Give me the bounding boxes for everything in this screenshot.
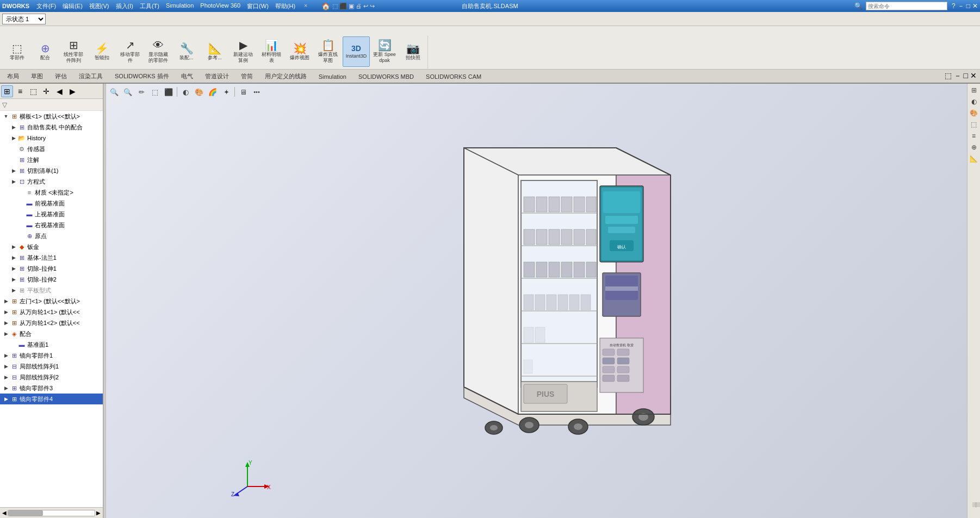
tree-item-baseflange[interactable]: ▶ ⊞ 基体-法兰1: [0, 252, 103, 263]
tab-maximize-icon[interactable]: ✕: [970, 71, 977, 81]
restore-icon[interactable]: □: [966, 2, 970, 10]
menu-insert[interactable]: 插入(I): [113, 2, 136, 11]
tree-item-wheel1[interactable]: ▶ ⊞ 从万向轮1<1> (默认<<: [0, 307, 103, 317]
tree-arrow-history[interactable]: ▶: [10, 134, 17, 142]
menu-window[interactable]: 窗口(W): [244, 2, 271, 11]
ribbon-btn-speedpak[interactable]: 🔄 更新 Speedpak: [371, 36, 398, 67]
tree-item-origin[interactable]: ▶ ⊕ 原点: [0, 230, 103, 241]
right-panel-section-icon[interactable]: ≡: [969, 130, 979, 141]
tree-arrow-mate-group[interactable]: ▶: [2, 330, 10, 338]
vp-scene-icon[interactable]: 🌈: [207, 86, 219, 98]
menu-file[interactable]: 文件(F): [34, 2, 59, 11]
ribbon-btn-reference[interactable]: 📐 参考...: [201, 36, 228, 67]
right-panel-part-icon[interactable]: ⬚: [969, 119, 979, 130]
driveworks-icon[interactable]: ✛: [40, 85, 52, 97]
ribbon-btn-explode-sketch[interactable]: 📋 爆炸直线草图: [314, 36, 342, 67]
tree-item-localpattern2[interactable]: ▶ ⊟ 局部线性阵列2: [0, 372, 103, 383]
tree-arrow-root[interactable]: ▼: [2, 113, 10, 120]
tree-item-datum1[interactable]: ▶ ▬ 基准面1: [0, 339, 103, 350]
menu-tools[interactable]: 工具(T): [137, 2, 162, 11]
tab-close2-icon[interactable]: □: [964, 71, 968, 81]
vp-more-icon[interactable]: •••: [251, 86, 263, 98]
config-icon[interactable]: ⬚: [27, 85, 39, 97]
tree-arrow-localpattern2[interactable]: ▶: [2, 373, 10, 381]
tree-item-cut1[interactable]: ▶ ⊞ 切除-拉伸1: [0, 263, 103, 274]
tree-arrow-sheetmetal[interactable]: ▶: [10, 243, 17, 251]
right-panel-display-icon[interactable]: ◐: [969, 96, 979, 107]
tree-item-root[interactable]: ▼ ⊞ 横板<1> (默认<<默认>: [0, 111, 103, 122]
search-submit-icon[interactable]: ▶: [933, 3, 938, 9]
tree-item-mates[interactable]: ▶ ⊞ 自助售卖机 中的配合: [0, 122, 103, 133]
vp-sketch-icon[interactable]: ✏: [135, 86, 147, 98]
ribbon-btn-bom[interactable]: 📊 材料明细表: [258, 36, 285, 67]
tree-arrow-equation[interactable]: ▶: [10, 178, 17, 185]
menu-view[interactable]: 视图(V): [86, 2, 112, 11]
ribbon-btn-snapshot[interactable]: 📷 拍快照: [399, 36, 426, 67]
tab-electric[interactable]: 电气: [175, 70, 199, 82]
tree-item-mirror3[interactable]: ▶ ⊞ 镜向零部件3: [0, 383, 103, 394]
tree-item-cutlist[interactable]: ▶ ⊞ 切割清单(1): [0, 165, 103, 176]
search-input[interactable]: [868, 3, 933, 9]
tab-routing[interactable]: 用户定义的线路: [259, 70, 313, 82]
tree-item-sensor[interactable]: ▶ ⚙ 传感器: [0, 143, 103, 154]
tree-arrow-localpattern1[interactable]: ▶: [2, 363, 10, 370]
ribbon-btn-motion[interactable]: ▶ 新建运动算例: [230, 36, 257, 67]
tree-item-leftdoor[interactable]: ▶ ⊞ 左门<1> (默认<<默认>: [0, 296, 103, 307]
ribbon-btn-explode[interactable]: 💥 爆炸视图: [286, 36, 313, 67]
close-tab-btn[interactable]: ×: [301, 2, 310, 11]
tab-simulation[interactable]: Simulation: [313, 70, 352, 82]
ribbon-btn-assemble[interactable]: 🔧 装配...: [173, 36, 200, 67]
tab-expand-icon[interactable]: ⬚: [945, 71, 952, 81]
tree-item-right-plane[interactable]: ▶ ▬ 右视基准面: [0, 220, 103, 230]
tab-sketch[interactable]: 草图: [25, 70, 49, 82]
tab-layout[interactable]: 布局: [1, 70, 25, 82]
tab-mbd[interactable]: SOLIDWORKS MBD: [352, 70, 420, 82]
tree-item-front-plane[interactable]: ▶ ▬ 前视基准面: [0, 198, 103, 209]
tree-arrow-mirror1[interactable]: ▶: [2, 352, 10, 359]
tab-tube[interactable]: 管筒: [235, 70, 259, 82]
tree-item-cut2[interactable]: ▶ ⊞ 切除-拉伸2: [0, 274, 103, 285]
tree-item-equation[interactable]: ▶ ⊡ 方程式: [0, 176, 103, 187]
tree-arrow-cutlist[interactable]: ▶: [10, 167, 17, 174]
next-panel-icon[interactable]: ▶: [66, 85, 78, 97]
tree-item-flatpattern[interactable]: ▶ ⊞ 平板型式: [0, 285, 103, 296]
home-icon[interactable]: 🏠: [321, 2, 330, 10]
vp-zoom-to-fit-icon[interactable]: 🔍: [108, 86, 120, 98]
tree-arrow-flatpattern[interactable]: ▶: [10, 286, 17, 294]
right-panel-measure-icon[interactable]: 📐: [969, 153, 979, 164]
menu-simulation[interactable]: Simulation: [163, 2, 196, 11]
tab-pipe[interactable]: 管道设计: [199, 70, 235, 82]
search-box[interactable]: ▶: [866, 2, 947, 10]
ribbon-btn-move[interactable]: ↗ 移动零部件: [116, 36, 144, 67]
scroll-left-icon[interactable]: ◀: [2, 510, 7, 516]
tree-item-localpattern1[interactable]: ▶ ⊟ 局部线性阵列1: [0, 361, 103, 372]
vp-view-orient-icon[interactable]: ⬚: [149, 86, 161, 98]
tree-item-top-plane[interactable]: ▶ ▬ 上视基准面: [0, 209, 103, 220]
tree-arrow-wheel1[interactable]: ▶: [2, 308, 10, 316]
vp-appearance-icon[interactable]: ✦: [220, 86, 232, 98]
tab-evaluate[interactable]: 评估: [49, 70, 73, 82]
ribbon-btn-smart[interactable]: ⚡ 智能扣: [88, 36, 115, 67]
right-panel-origin2-icon[interactable]: ⊕: [969, 142, 979, 153]
ribbon-btn-instant3d[interactable]: 3D Instant3D: [343, 36, 370, 67]
menu-edit[interactable]: 编辑(E): [60, 2, 85, 11]
tree-arrow-leftdoor[interactable]: ▶: [2, 297, 10, 305]
prev-panel-icon[interactable]: ◀: [53, 85, 65, 97]
feature-tree-icon[interactable]: ⊞: [1, 85, 13, 97]
help-icon[interactable]: ?: [952, 2, 956, 10]
tree-item-notes[interactable]: ▶ ⊞ 注解: [0, 154, 103, 165]
horizontal-scrollbar[interactable]: [8, 510, 95, 516]
tree-item-mirror4[interactable]: ▶ ⊞ 镜向零部件4: [0, 394, 103, 404]
tree-arrow-mirror4[interactable]: ▶: [2, 395, 10, 403]
tab-sw-plugin[interactable]: SOLIDWORKS 插件: [109, 70, 175, 82]
ribbon-btn-pattern[interactable]: ⊞ 线性零部件阵列: [60, 36, 87, 67]
tab-render[interactable]: 渲染工具: [73, 70, 109, 82]
tab-minimize-icon[interactable]: －: [954, 71, 962, 81]
ribbon-btn-parts[interactable]: ⬚ 零部件: [3, 36, 30, 67]
vp-shadows-icon[interactable]: 🎨: [193, 86, 205, 98]
tree-item-wheel2[interactable]: ▶ ⊞ 从万向轮1<2> (默认<<: [0, 317, 103, 328]
right-panel-color-icon[interactable]: 🎨: [969, 108, 979, 118]
tree-arrow-mates[interactable]: ▶: [10, 123, 17, 131]
tree-arrow-baseflange[interactable]: ▶: [10, 254, 17, 261]
tree-item-mate-group[interactable]: ▶ ◈ 配合: [0, 328, 103, 339]
